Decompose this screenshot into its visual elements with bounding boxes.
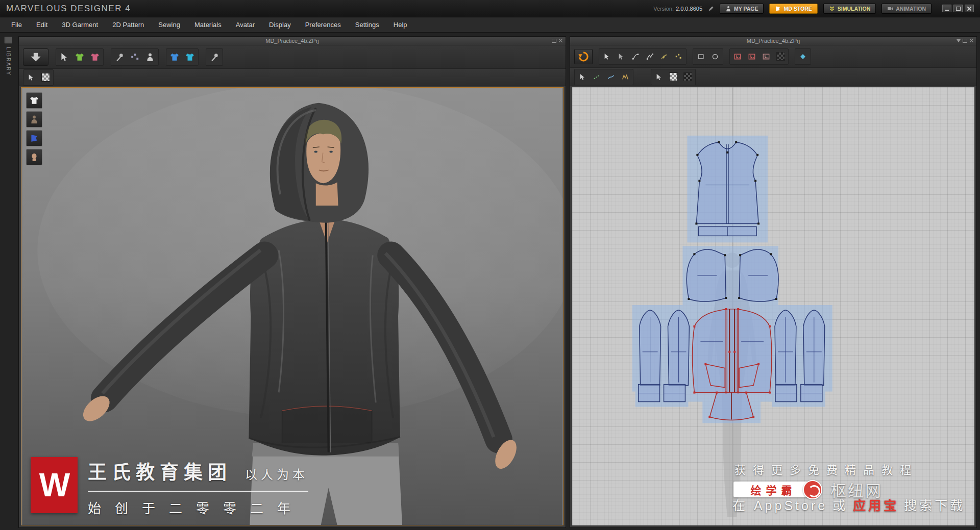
pattern-piece-waistband[interactable] xyxy=(708,392,754,420)
version-label: Version:2.0.0.8605 xyxy=(653,6,702,12)
thumb-cloth-button[interactable] xyxy=(26,130,42,146)
toolbar-2d-row1 xyxy=(570,45,976,68)
select-texture-2d-button[interactable] xyxy=(652,70,666,84)
toolbar-2d-row2 xyxy=(570,68,976,86)
float-panel-icon[interactable] xyxy=(552,39,556,43)
brand-name: 王氏教育集团 xyxy=(88,457,232,485)
menu-materials[interactable]: Materials xyxy=(187,17,229,32)
viewport-3d[interactable]: W 王氏教育集团 以人为本 始创于二零零二年 xyxy=(21,87,564,525)
menu-help[interactable]: Help xyxy=(386,17,414,32)
free-sewing-button[interactable] xyxy=(619,70,632,84)
select-sewing-button[interactable] xyxy=(576,70,589,84)
panel-3d-titlebar[interactable]: MD_Practice_4b.ZPrj xyxy=(19,37,566,45)
library-tab[interactable]: LIBRARY xyxy=(2,37,14,76)
promo-yingyongbao: 应用宝 xyxy=(853,495,899,514)
pattern-piece-front-selected[interactable] xyxy=(693,308,772,394)
pin-select-button[interactable] xyxy=(112,50,127,64)
arrow-down-icon xyxy=(30,52,41,63)
my-page-button[interactable]: MY PAGE xyxy=(720,4,764,14)
minimize-button[interactable] xyxy=(942,5,951,12)
pattern-layer xyxy=(572,87,974,525)
my-page-label: MY PAGE xyxy=(734,6,758,12)
float-panel-icon[interactable] xyxy=(963,39,967,43)
avatar-show-button[interactable] xyxy=(143,50,157,64)
panel-2d-titlebar[interactable]: MD_Practice_4b.ZPrj xyxy=(570,37,976,45)
checker-dark-icon xyxy=(683,72,692,81)
library-icon xyxy=(5,37,12,43)
thumb-garment-button[interactable] xyxy=(26,92,42,109)
menu-settings[interactable]: Settings xyxy=(348,17,386,32)
animation-label: ANIMATION xyxy=(896,6,926,12)
watermark: W 王氏教育集团 以人为本 始创于二零零二年 xyxy=(31,457,308,517)
version-value: 2.0.0.8605 xyxy=(676,6,702,12)
titlebar: MARVELOUS DESIGNER 4 Version:2.0.0.8605 … xyxy=(0,0,980,17)
texture-edit-button[interactable] xyxy=(731,50,744,63)
edit-curvature-button[interactable] xyxy=(629,50,642,63)
close-button[interactable] xyxy=(965,5,974,12)
show-texture-button[interactable] xyxy=(667,70,680,84)
texture-move-button[interactable] xyxy=(745,50,758,63)
library-label: LIBRARY xyxy=(6,47,11,76)
add-curve-button[interactable] xyxy=(672,50,685,63)
texture-toggle-button[interactable] xyxy=(39,71,52,84)
garment-color-button[interactable] xyxy=(88,50,102,64)
brand-logo: W xyxy=(31,457,78,513)
thumb-avatar-button[interactable] xyxy=(26,111,42,128)
menu-avatar[interactable]: Avatar xyxy=(229,17,262,32)
select-garment-button[interactable] xyxy=(57,50,71,64)
checker-icon xyxy=(669,72,678,81)
edit-pattern-button[interactable] xyxy=(615,50,628,63)
menu-3d-garment[interactable]: 3D Garment xyxy=(55,17,105,32)
transform-pattern-button[interactable] xyxy=(600,50,614,63)
thumb-head-button[interactable] xyxy=(26,149,42,165)
cloth-front-button[interactable] xyxy=(167,50,182,64)
md-store-label: MD STORE xyxy=(783,6,812,12)
show-mesh-button[interactable] xyxy=(681,70,694,84)
segment-sewing-button[interactable] xyxy=(604,70,618,84)
dock-panel-icon[interactable] xyxy=(957,39,961,42)
rectangle-tool-button[interactable] xyxy=(694,50,707,63)
sewing-pin-button[interactable] xyxy=(207,50,222,64)
brand-founding: 始创于二零零二年 xyxy=(88,498,308,517)
md-store-button[interactable]: MD STORE xyxy=(769,4,817,14)
simulation-button[interactable]: SIMULATION xyxy=(823,4,876,14)
promo-or: 或 xyxy=(832,495,848,514)
show-garment-button[interactable] xyxy=(72,50,87,64)
animation-button[interactable]: ANIMATION xyxy=(881,4,932,14)
menu-2d-pattern[interactable]: 2D Pattern xyxy=(105,17,151,32)
minimize-icon xyxy=(945,10,949,11)
promo-search: 搜索下载 xyxy=(904,495,965,514)
circle-tool-button[interactable] xyxy=(708,50,722,63)
texture-image-button[interactable] xyxy=(760,50,773,63)
edit-curve-point-button[interactable] xyxy=(643,50,656,63)
show-normal-button[interactable] xyxy=(796,50,810,63)
close-panel-icon[interactable] xyxy=(558,38,563,43)
menu-sewing[interactable]: Sewing xyxy=(151,17,187,32)
panel-3d-title: MD_Practice_4b.ZPrj xyxy=(265,38,319,44)
film-icon xyxy=(887,6,893,12)
texture-checker-button[interactable] xyxy=(774,50,787,63)
select-texture-button[interactable] xyxy=(24,71,38,84)
menu-edit[interactable]: Edit xyxy=(29,17,55,32)
panel-2d: MD_Practice_4b.ZPrj xyxy=(570,36,977,528)
edit-pencil-icon[interactable] xyxy=(708,6,714,12)
close-icon xyxy=(967,6,972,11)
workspace: LIBRARY MD_Practice_4b.ZPrj xyxy=(0,33,980,530)
close-panel-icon[interactable] xyxy=(969,38,974,43)
promo-line1: 获得更多免费精品教程 xyxy=(734,461,918,477)
menu-file[interactable]: File xyxy=(4,17,29,32)
pattern-piece-bodice[interactable] xyxy=(695,141,760,236)
edit-sewing-button[interactable] xyxy=(590,70,603,84)
pin-ball-button[interactable] xyxy=(128,50,142,64)
cloth-back-button[interactable] xyxy=(183,50,197,64)
maximize-button[interactable] xyxy=(953,5,963,12)
menu-preferences[interactable]: Preferences xyxy=(298,17,348,32)
sync-2d3d-button[interactable] xyxy=(574,49,593,64)
watermark-divider xyxy=(88,491,308,492)
avatar-neck xyxy=(316,182,338,206)
simulate-button[interactable] xyxy=(23,48,48,66)
menu-display[interactable]: Display xyxy=(262,17,298,32)
add-point-button[interactable] xyxy=(657,50,671,63)
hoodie-pocket xyxy=(282,406,372,443)
canvas-2d[interactable]: 获得更多免费精品教程 绘学霸 枢纽网 在 AppStore 或 应用宝 搜索下载 xyxy=(572,87,974,525)
